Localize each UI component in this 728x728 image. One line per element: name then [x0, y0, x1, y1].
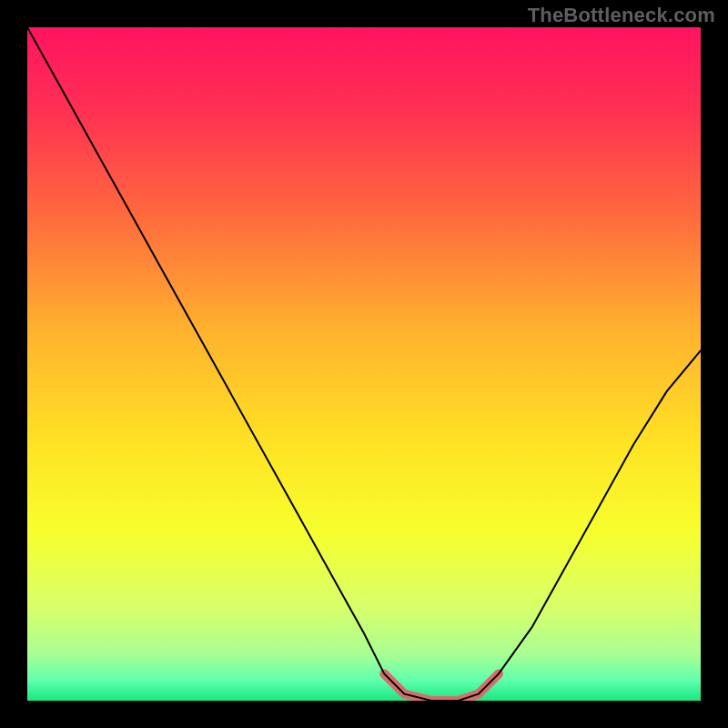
- chart-stage: TheBottleneck.com: [0, 0, 728, 728]
- bottleneck-plot: [27, 27, 701, 701]
- gradient-background: [27, 27, 701, 701]
- plot-area: [27, 27, 701, 701]
- watermark-text: TheBottleneck.com: [528, 4, 715, 27]
